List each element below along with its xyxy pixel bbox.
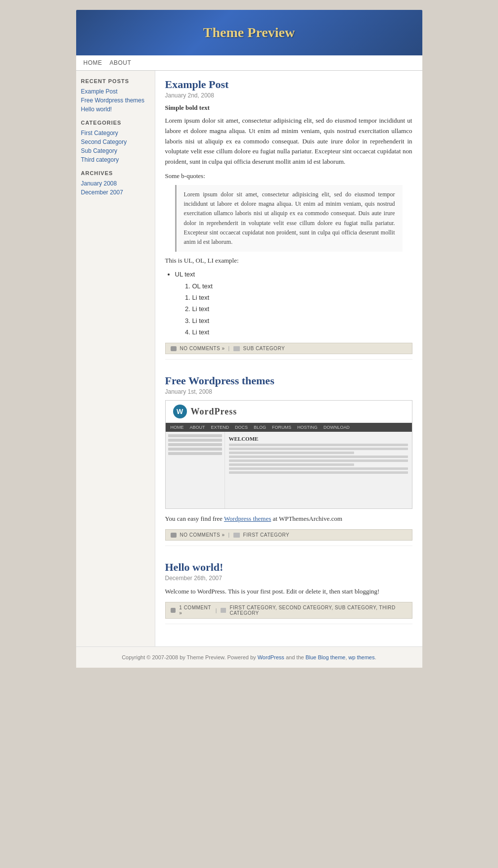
wp-nav-hosting: HOSTING bbox=[297, 425, 317, 430]
sidebar-category-1[interactable]: First Category bbox=[81, 129, 150, 137]
wp-nav-about: ABOUT bbox=[190, 425, 205, 430]
ol-list: OL text Li text Li text Li text Li text bbox=[192, 280, 412, 338]
site-header: Theme Preview bbox=[76, 10, 422, 55]
wp-nav-blog: BLOG bbox=[254, 425, 266, 430]
wp-logo-text: WordPress bbox=[191, 407, 237, 417]
post-3-date: December 26th, 2007 bbox=[165, 575, 412, 582]
sidebar-category-4[interactable]: Third category bbox=[81, 155, 150, 164]
post-3-comments-link[interactable]: 1 COMMENT » bbox=[179, 605, 212, 616]
footer-theme-link[interactable]: Blue Blog theme bbox=[306, 654, 346, 660]
footer-period: . bbox=[375, 654, 376, 660]
folder-icon-2 bbox=[233, 533, 240, 538]
wp-para-3 bbox=[229, 452, 354, 454]
content-area: RECENT POSTS Example Post Free Wordpress… bbox=[76, 71, 422, 646]
comment-icon-2 bbox=[171, 533, 177, 538]
footer-copyright: Copyright © 2007-2008 by Theme Preview. … bbox=[122, 654, 258, 660]
sidebar-recent-post-1[interactable]: Example Post bbox=[81, 87, 150, 96]
post-1-body: Lorem ipsum dolor sit amet, consectetur … bbox=[165, 116, 412, 167]
post-3-title: Hello world! bbox=[165, 561, 412, 574]
wp-sidebar-item-3 bbox=[168, 443, 222, 446]
ol-item: OL text Li text Li text Li text Li text bbox=[192, 280, 412, 338]
wp-nav-download: DOWNLOAD bbox=[323, 425, 350, 430]
post-2-footer: NO COMMENTS » | FIRST CATEGORY bbox=[165, 529, 412, 541]
post-hello: Hello world! December 26th, 2007 Welcome… bbox=[165, 561, 412, 624]
sidebar-archive-2[interactable]: December 2007 bbox=[81, 188, 150, 197]
wp-sidebar-item-1 bbox=[168, 434, 222, 437]
wp-content-area: WELCOME bbox=[166, 432, 412, 508]
wp-sidebar-mini bbox=[166, 432, 225, 508]
wp-para-6 bbox=[229, 463, 354, 466]
footer-sep-1: | bbox=[228, 346, 229, 351]
sidebar-archive-1[interactable]: January 2008 bbox=[81, 179, 150, 188]
wp-para-2 bbox=[229, 448, 408, 450]
list-label: This is UL, OL, LI example: bbox=[165, 257, 412, 265]
wp-nav-forums: FORUMS bbox=[272, 425, 291, 430]
wp-para-8 bbox=[229, 471, 408, 474]
li-item-3: Li text bbox=[192, 315, 412, 326]
sidebar: RECENT POSTS Example Post Free Wordpress… bbox=[76, 71, 155, 646]
wp-nav-bar: HOME ABOUT EXTEND DOCS BLOG FORUMS HOSTI… bbox=[166, 423, 412, 432]
sidebar-recent-post-2[interactable]: Free Wordpress themes bbox=[81, 96, 150, 105]
comment-icon-3 bbox=[171, 608, 176, 613]
post-2-title: Free Wordpress themes bbox=[165, 374, 412, 387]
wp-para-7 bbox=[229, 467, 408, 470]
li-item-1: Li text bbox=[192, 292, 412, 303]
li-list: Li text Li text Li text Li text bbox=[192, 292, 412, 338]
post-example: Example Post January 2nd, 2008 Simple bo… bbox=[165, 78, 412, 360]
post-3-footer: 1 COMMENT » | FIRST CATEGORY, SECOND CAT… bbox=[165, 602, 412, 619]
ul-item: UL text OL text Li text Li text Li text … bbox=[175, 269, 412, 338]
wp-main-mini: WELCOME bbox=[225, 432, 412, 508]
wp-para-1 bbox=[229, 444, 408, 446]
categories-title: CATEGORIES bbox=[81, 120, 150, 126]
wp-sidebar-item-5 bbox=[168, 452, 222, 455]
blockquote-label: Some b-quotes: bbox=[165, 172, 412, 180]
wp-logo-circle bbox=[173, 405, 187, 418]
post-1-bold: Simple bold text bbox=[165, 104, 412, 112]
sidebar-category-2[interactable]: Second Category bbox=[81, 137, 150, 146]
post-1-comments-link[interactable]: NO COMMENTS » bbox=[180, 346, 225, 351]
post-1-category-link[interactable]: SUB CATEGORY bbox=[243, 346, 285, 351]
archives-title: ARCHIVES bbox=[81, 170, 150, 176]
ul-list: UL text OL text Li text Li text Li text … bbox=[175, 269, 412, 338]
wp-para-5 bbox=[229, 459, 408, 462]
post-3-category-link[interactable]: FIRST CATEGORY, SECOND CATEGORY, SUB CAT… bbox=[229, 605, 407, 616]
recent-posts-title: RECENT POSTS bbox=[81, 78, 150, 84]
comment-icon bbox=[171, 346, 177, 351]
wp-welcome-text: WELCOME bbox=[229, 436, 408, 442]
post-1-title: Example Post bbox=[165, 78, 412, 91]
post-2-category-link[interactable]: FIRST CATEGORY bbox=[243, 532, 290, 538]
footer-wp-themes-link[interactable]: wp themes bbox=[349, 654, 375, 660]
post-2-comments-link[interactable]: NO COMMENTS » bbox=[180, 532, 225, 538]
footer-sep-2: | bbox=[228, 532, 229, 538]
post-1-footer: NO COMMENTS » | SUB CATEGORY bbox=[165, 343, 412, 354]
post-3-body: Welcome to WordPress. This is your first… bbox=[165, 587, 412, 597]
post-2-date: January 1st, 2008 bbox=[165, 388, 412, 395]
folder-icon-3 bbox=[221, 608, 226, 613]
main-content: Example Post January 2nd, 2008 Simple bo… bbox=[155, 71, 422, 646]
nav-about[interactable]: ABOUT bbox=[110, 59, 132, 66]
post-2-body: You can easy find free Wordpress themes … bbox=[165, 514, 412, 524]
wp-nav-extend: EXTEND bbox=[211, 425, 229, 430]
wordpress-screenshot: WordPress HOME ABOUT EXTEND DOCS BLOG FO… bbox=[165, 400, 412, 509]
nav-bar: HOME ABOUT bbox=[76, 55, 422, 71]
post-1-date: January 2nd, 2008 bbox=[165, 92, 412, 99]
site-footer: Copyright © 2007-2008 by Theme Preview. … bbox=[76, 646, 422, 668]
sidebar-recent-post-3[interactable]: Hello world! bbox=[81, 105, 150, 114]
li-item-4: Li text bbox=[192, 326, 412, 338]
blockquote-box: Lorem ipsum dolor sit amet, consectetur … bbox=[175, 185, 403, 252]
wp-para-4 bbox=[229, 456, 408, 458]
wp-nav-home: HOME bbox=[171, 425, 184, 430]
li-item-2: Li text bbox=[192, 303, 412, 315]
folder-icon bbox=[233, 346, 240, 351]
wp-logo-bar: WordPress bbox=[166, 401, 412, 423]
sidebar-category-3[interactable]: Sub Category bbox=[81, 146, 150, 155]
wp-sidebar-item-2 bbox=[168, 439, 222, 442]
footer-wp-link[interactable]: WordPress bbox=[258, 654, 284, 660]
footer-and: and the bbox=[284, 654, 306, 660]
site-title: Theme Preview bbox=[86, 25, 412, 41]
wp-sidebar-item-4 bbox=[168, 448, 222, 451]
nav-home[interactable]: HOME bbox=[84, 59, 102, 66]
wordpress-themes-link[interactable]: Wordpress themes bbox=[224, 515, 271, 522]
post-wordpress: Free Wordpress themes January 1st, 2008 … bbox=[165, 374, 412, 546]
wp-nav-docs: DOCS bbox=[235, 425, 248, 430]
